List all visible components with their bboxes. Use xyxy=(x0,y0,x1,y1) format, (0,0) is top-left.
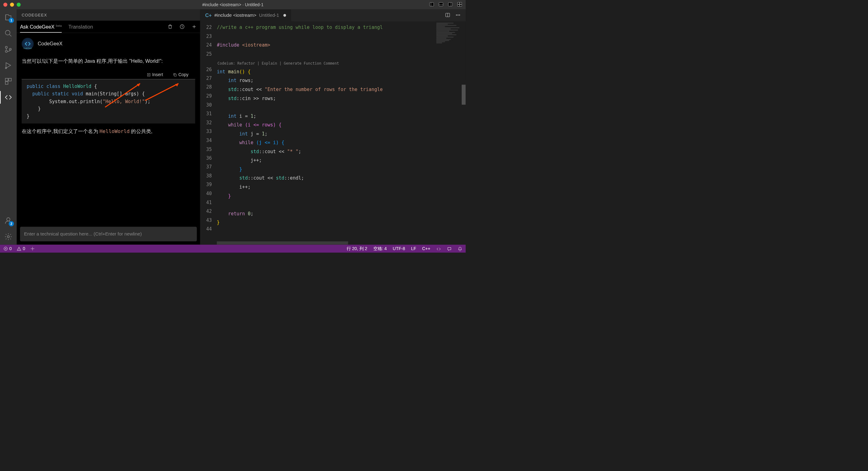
delete-icon[interactable] xyxy=(167,24,173,30)
bot-avatar-icon: CodeGeeX xyxy=(22,38,34,50)
svg-point-40 xyxy=(32,248,33,249)
status-language[interactable]: C++ xyxy=(422,246,430,251)
bot-name: CodeGeeX xyxy=(38,41,62,46)
status-errors[interactable]: 0 xyxy=(3,246,12,251)
codegeex-icon[interactable] xyxy=(4,93,13,102)
codegeex-tabs: Ask CodeGeeX beta Translation xyxy=(17,21,200,33)
svg-point-39 xyxy=(19,250,19,250)
tab-filename-dim: Untitled-1 xyxy=(259,13,279,18)
explorer-badge: 1 xyxy=(9,18,14,23)
status-ports-icon[interactable] xyxy=(30,246,35,251)
svg-rect-6 xyxy=(458,2,460,4)
layout-controls xyxy=(429,2,462,7)
window-title: #include <iostream> · Untitled-1 xyxy=(202,2,263,7)
svg-point-12 xyxy=(5,46,7,48)
svg-rect-17 xyxy=(9,78,11,81)
response-text-2: 在这个程序中,我们定义了一个名为 HelloWorld 的公共类, xyxy=(22,127,195,136)
titlebar: #include <iostream> · Untitled-1 xyxy=(0,0,466,9)
svg-rect-9 xyxy=(460,5,462,6)
editor-area: C+ #include <iostream> Untitled-1 22 23 … xyxy=(200,9,466,245)
horizontal-scrollbar[interactable] xyxy=(217,241,436,245)
svg-point-34 xyxy=(459,14,460,15)
extensions-icon[interactable] xyxy=(4,77,13,86)
chat-content: CodeGeeX CodeGeeX 当然可以!以下是一个简单的 Java 程序,… xyxy=(17,33,200,224)
statusbar: 0 0 行 20, 列 2 空格: 4 UTF-8 LF C++ xyxy=(0,245,466,253)
svg-point-33 xyxy=(458,14,458,15)
line-gutter: 22 23 24 25 26 27 28 29 30 31 32 33 34 3… xyxy=(200,22,217,245)
toggle-panel-icon[interactable] xyxy=(438,2,444,7)
chat-input-row xyxy=(17,224,200,245)
history-icon[interactable] xyxy=(179,24,185,30)
status-notifications-icon[interactable] xyxy=(458,246,462,251)
response-text: 当然可以!以下是一个简单的 Java 程序,用于输出 "Hello, World… xyxy=(22,57,195,66)
toggle-primary-sidebar-icon[interactable] xyxy=(429,2,434,7)
svg-rect-2 xyxy=(439,2,443,6)
editor-tabs: C+ #include <iostream> Untitled-1 xyxy=(200,9,466,22)
tab-translation[interactable]: Translation xyxy=(68,24,93,33)
svg-rect-0 xyxy=(430,2,434,6)
more-actions-icon[interactable] xyxy=(456,12,461,18)
bot-header: CodeGeeX CodeGeeX xyxy=(22,38,195,50)
new-chat-icon[interactable] xyxy=(191,24,197,30)
insert-code-button[interactable]: Insert xyxy=(147,72,163,77)
code-editor[interactable]: //write a c++ program using while loop t… xyxy=(217,22,436,245)
copy-code-button[interactable]: Copy xyxy=(173,72,189,77)
svg-rect-7 xyxy=(460,2,462,4)
accounts-icon[interactable]: 2 xyxy=(4,216,13,225)
tab-ask-codegeex[interactable]: Ask CodeGeeX beta xyxy=(20,24,62,33)
codegeex-panel: Ask CodeGeeX beta Translation CodeGeeX C… xyxy=(17,21,200,245)
minimize-window-button[interactable] xyxy=(10,3,14,7)
sidebar: CODEGEEX Ask CodeGeeX beta Translation C… xyxy=(17,9,200,245)
split-editor-icon[interactable] xyxy=(445,12,450,18)
toggle-secondary-sidebar-icon[interactable] xyxy=(448,2,453,7)
explorer-icon[interactable]: 1 xyxy=(4,13,13,22)
sidebar-title: CODEGEEX xyxy=(17,9,200,21)
status-codegeex-icon[interactable] xyxy=(436,246,441,251)
search-icon[interactable] xyxy=(4,29,13,38)
minimap[interactable] xyxy=(436,22,466,245)
svg-line-11 xyxy=(9,34,11,36)
code-block-wrapper: Insert Copy public class HelloWorld { p xyxy=(22,70,195,124)
activity-bar: 1 2 xyxy=(0,9,17,245)
svg-point-20 xyxy=(7,236,9,238)
status-eol[interactable]: LF xyxy=(411,246,416,251)
svg-point-19 xyxy=(6,218,10,221)
svg-point-32 xyxy=(456,14,457,15)
svg-rect-25 xyxy=(175,74,176,76)
svg-rect-4 xyxy=(448,2,452,6)
accounts-badge: 2 xyxy=(9,221,14,226)
status-cursor-position[interactable]: 行 20, 列 2 xyxy=(347,246,368,251)
close-window-button[interactable] xyxy=(3,3,7,7)
maximize-window-button[interactable] xyxy=(17,3,21,7)
status-indent[interactable]: 空格: 4 xyxy=(373,246,387,251)
svg-rect-8 xyxy=(458,5,460,6)
chat-input[interactable] xyxy=(20,227,197,241)
status-warnings[interactable]: 0 xyxy=(17,246,25,251)
svg-point-13 xyxy=(5,50,7,52)
vertical-scrollbar[interactable] xyxy=(462,85,466,105)
source-control-icon[interactable] xyxy=(4,45,13,54)
cpp-file-icon: C+ xyxy=(205,12,212,18)
status-encoding[interactable]: UTF-8 xyxy=(393,246,405,251)
svg-rect-18 xyxy=(5,82,8,85)
customize-layout-icon[interactable] xyxy=(457,2,462,7)
traffic-lights xyxy=(3,3,21,7)
tab-filename: #include <iostream> xyxy=(215,13,256,18)
codelens[interactable]: Codeium: Refactor | Explain | Generate F… xyxy=(217,61,339,65)
settings-gear-icon[interactable] xyxy=(4,232,13,241)
svg-rect-16 xyxy=(5,78,8,81)
code-block[interactable]: public class HelloWorld { public static … xyxy=(22,79,195,123)
status-feedback-icon[interactable] xyxy=(447,246,452,251)
dirty-indicator-icon xyxy=(283,14,286,17)
editor-body[interactable]: 22 23 24 25 26 27 28 29 30 31 32 33 34 3… xyxy=(200,22,466,245)
svg-point-10 xyxy=(5,30,10,35)
editor-tab[interactable]: C+ #include <iostream> Untitled-1 xyxy=(200,9,291,22)
run-debug-icon[interactable] xyxy=(4,61,13,70)
